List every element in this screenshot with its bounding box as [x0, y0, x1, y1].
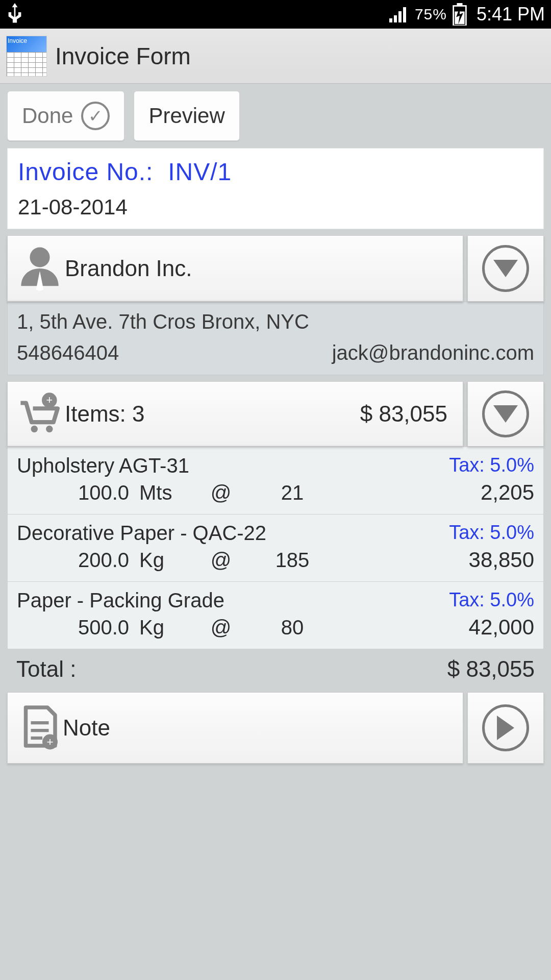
item-rate: 185 [241, 549, 343, 572]
item-at: @ [201, 616, 241, 639]
customer-phone: 548646404 [17, 341, 119, 364]
item-row[interactable]: Decorative Paper - QAC-22 Tax: 5.0% 200.… [8, 514, 543, 581]
invoice-date: 21-08-2014 [18, 195, 533, 219]
item-row[interactable]: Upholstery AGT-31 Tax: 5.0% 100.0 Mts @ … [8, 447, 543, 514]
item-rate: 80 [241, 616, 343, 639]
action-row: Done ✓ Preview [0, 84, 551, 148]
total-row: Total : $ 83,055 [7, 651, 544, 682]
items-summary-row[interactable]: + Items: 3 $ 83,055 [7, 381, 463, 447]
item-name: Upholstery AGT-31 [17, 454, 189, 477]
invoice-number: Invoice No.: INV/1 [18, 158, 533, 186]
item-unit: Kg [129, 616, 201, 639]
svg-point-13 [46, 426, 53, 432]
done-label: Done [22, 104, 73, 128]
note-button[interactable]: + Note [7, 692, 463, 764]
note-add-icon: + [17, 705, 63, 751]
item-line-total: 38,850 [343, 548, 534, 572]
customer-expand-button[interactable] [467, 235, 544, 302]
note-expand-button[interactable] [467, 692, 544, 764]
item-unit: Kg [129, 549, 201, 572]
svg-point-8 [30, 247, 49, 267]
svg-rect-2 [398, 11, 402, 22]
items-list: Upholstery AGT-31 Tax: 5.0% 100.0 Mts @ … [7, 447, 544, 649]
cart-add-icon: + [17, 392, 63, 436]
item-name: Paper - Packing Grade [17, 589, 224, 612]
items-count-label: Items: 3 [65, 401, 145, 427]
item-tax: Tax: 5.0% [449, 522, 534, 545]
customer-section: Brandon Inc. [7, 235, 544, 302]
svg-rect-1 [394, 15, 397, 22]
item-qty: 200.0 [17, 549, 129, 572]
chevron-right-icon [482, 704, 529, 751]
customer-select[interactable]: Brandon Inc. [7, 235, 463, 302]
item-qty: 100.0 [17, 481, 129, 504]
customer-email: jack@brandoninc.com [332, 341, 534, 364]
items-section: + Items: 3 $ 83,055 [7, 381, 544, 447]
battery-charging-icon [452, 3, 467, 26]
check-icon: ✓ [81, 102, 110, 130]
item-at: @ [201, 549, 241, 572]
item-qty: 500.0 [17, 616, 129, 639]
chevron-down-icon [482, 390, 529, 437]
item-line-total: 42,000 [343, 615, 534, 640]
battery-percent: 75% [415, 6, 447, 23]
items-total-amount: $ 83,055 [360, 401, 447, 427]
note-section: + Note [7, 692, 544, 764]
svg-point-12 [31, 426, 38, 432]
svg-rect-0 [389, 18, 392, 22]
clock-text: 5:41 PM [477, 4, 545, 25]
app-bar: Invoice Invoice Form [0, 29, 551, 84]
svg-text:+: + [46, 736, 53, 748]
done-button[interactable]: Done ✓ [7, 91, 124, 141]
items-expand-button[interactable] [467, 381, 544, 447]
item-rate: 21 [241, 481, 343, 504]
app-title: Invoice Form [55, 42, 191, 70]
person-icon [17, 246, 63, 291]
preview-button[interactable]: Preview [134, 91, 239, 141]
total-label: Total : [16, 656, 76, 682]
item-row[interactable]: Paper - Packing Grade Tax: 5.0% 500.0 Kg… [8, 581, 543, 649]
usb-icon [6, 3, 23, 26]
customer-address: 1, 5th Ave. 7th Cros Bronx, NYC [17, 310, 534, 333]
customer-name: Brandon Inc. [65, 256, 192, 281]
item-tax: Tax: 5.0% [449, 589, 534, 612]
customer-details-panel[interactable]: 1, 5th Ave. 7th Cros Bronx, NYC 54864640… [7, 302, 544, 375]
invoice-header-card[interactable]: Invoice No.: INV/1 21-08-2014 [7, 148, 544, 229]
note-label: Note [63, 715, 110, 741]
preview-label: Preview [148, 104, 224, 128]
item-at: @ [201, 481, 241, 504]
app-icon: Invoice [6, 36, 47, 77]
status-bar: 75% 5:41 PM [0, 0, 551, 29]
item-tax: Tax: 5.0% [449, 454, 534, 477]
signal-icon [389, 6, 410, 22]
item-unit: Mts [129, 481, 201, 504]
item-line-total: 2,205 [343, 480, 534, 505]
svg-rect-3 [403, 7, 406, 22]
total-value: $ 83,055 [447, 656, 535, 682]
svg-text:+: + [46, 394, 53, 406]
item-name: Decorative Paper - QAC-22 [17, 522, 266, 545]
chevron-down-icon [482, 245, 529, 292]
